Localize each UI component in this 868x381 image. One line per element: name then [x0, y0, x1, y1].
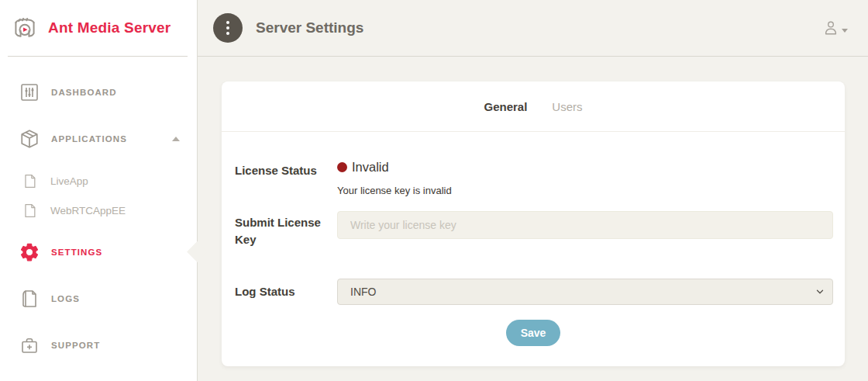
main-area: Server Settings General Users License St…	[198, 0, 868, 381]
sidebar-nav: DASHBOARD APPLICATIONS	[0, 57, 197, 369]
tab-bar: General Users	[222, 81, 845, 132]
sidebar-item-applications[interactable]: APPLICATIONS	[0, 116, 197, 162]
sidebar-item-label: DASHBOARD	[51, 88, 117, 97]
file-icon	[22, 173, 37, 189]
sidebar-item-settings[interactable]: SETTINGS	[0, 229, 197, 275]
status-dot	[337, 162, 347, 172]
ant-media-logo-icon	[10, 14, 40, 42]
user-icon	[822, 19, 839, 36]
log-status-select[interactable]: INFO	[337, 279, 833, 305]
content-area: General Users License Status Invalid You…	[198, 57, 868, 381]
license-status-value-block: Invalid Your license key is invalid	[337, 160, 452, 196]
first-aid-icon	[19, 335, 40, 355]
sidebar-item-label: SUPPORT	[51, 341, 100, 350]
sidebar-item-support[interactable]: SUPPORT	[0, 322, 197, 369]
sidebar-item-label: WebRTCAppEE	[50, 205, 126, 216]
tab-general[interactable]: General	[484, 100, 527, 113]
page-title: Server Settings	[256, 19, 363, 36]
sidebar-item-label: LiveApp	[50, 175, 88, 187]
license-key-input[interactable]	[337, 211, 833, 239]
chevron-up-icon	[172, 137, 180, 141]
brand-name: Ant Media Server	[48, 19, 170, 36]
file-icon	[22, 203, 37, 218]
sidebar-item-webrtcappee[interactable]: WebRTCAppEE	[0, 196, 197, 225]
user-menu-button[interactable]	[822, 19, 848, 36]
log-status-select-wrap: INFO	[337, 279, 833, 305]
kebab-menu-icon[interactable]	[213, 13, 243, 43]
sidebar-item-label: SETTINGS	[51, 248, 102, 257]
package-icon	[19, 129, 40, 149]
license-status-line: Invalid	[337, 160, 452, 175]
sidebar: Ant Media Server DASHBOARD	[0, 0, 198, 381]
save-row: Save	[222, 320, 845, 346]
sidebar-item-dashboard[interactable]: DASHBOARD	[0, 69, 197, 116]
tab-users[interactable]: Users	[552, 100, 582, 113]
chevron-down-icon	[842, 29, 848, 33]
license-status-value: Invalid	[352, 160, 389, 175]
license-status-label: License Status	[235, 160, 337, 196]
sliders-icon	[19, 82, 40, 102]
log-status-row: Log Status INFO	[222, 279, 845, 305]
save-button[interactable]: Save	[506, 320, 561, 346]
server-settings-card: General Users License Status Invalid You…	[222, 81, 845, 366]
log-status-label: Log Status	[235, 283, 337, 300]
license-status-row: License Status Invalid Your license key …	[222, 160, 845, 196]
license-key-label: Submit License Key	[235, 211, 337, 248]
license-status-detail: Your license key is invalid	[337, 185, 452, 196]
topbar: Server Settings	[198, 0, 868, 57]
brand[interactable]: Ant Media Server	[0, 0, 197, 56]
document-icon	[19, 289, 40, 309]
sidebar-item-liveapp[interactable]: LiveApp	[0, 166, 197, 196]
sidebar-item-label: LOGS	[51, 294, 80, 303]
sidebar-item-label: APPLICATIONS	[51, 134, 127, 144]
license-key-row: Submit License Key	[222, 211, 845, 248]
gear-icon	[19, 242, 40, 262]
applications-sub-group: LiveApp WebRTCAppEE	[0, 166, 197, 225]
sidebar-item-logs[interactable]: LOGS	[0, 275, 197, 322]
